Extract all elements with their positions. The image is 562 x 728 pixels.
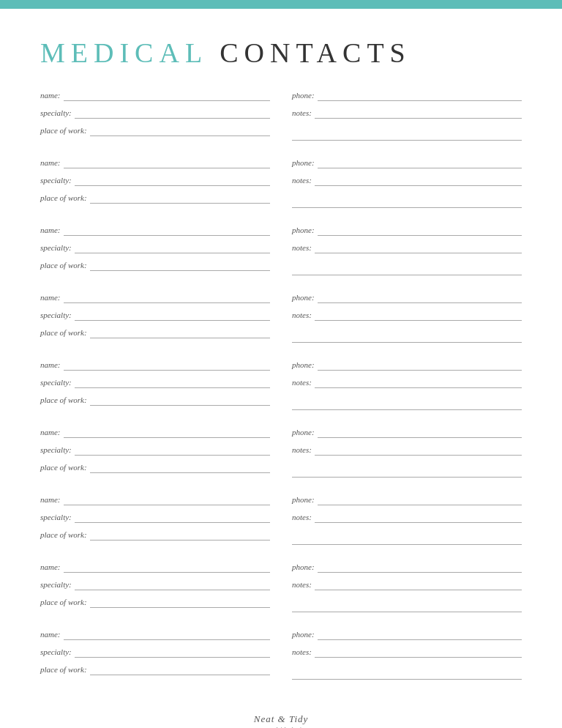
name-input[interactable] (64, 359, 271, 371)
place-input[interactable] (90, 192, 270, 204)
specialty-label: specialty: (40, 176, 72, 186)
place-label: place of work: (40, 395, 87, 406)
specialty-label: specialty: (40, 378, 72, 388)
phone-label: phone: (292, 562, 315, 573)
phone-input[interactable] (318, 359, 522, 371)
phone-input[interactable] (318, 561, 522, 573)
name-input[interactable] (64, 224, 271, 236)
place-input[interactable] (90, 596, 270, 608)
phone-label: phone: (292, 428, 315, 438)
place-input[interactable] (90, 259, 270, 271)
notes-input[interactable] (315, 646, 522, 658)
specialty-input[interactable] (75, 646, 270, 658)
contact-right: phone: notes: (292, 561, 522, 612)
place-label: place of work: (40, 328, 87, 338)
notes-input[interactable] (315, 579, 522, 590)
phone-row: phone: (292, 494, 522, 505)
specialty-row: specialty: (40, 309, 270, 321)
specialty-input[interactable] (75, 376, 270, 388)
phone-label: phone: (292, 91, 315, 101)
name-row: name: (40, 224, 270, 236)
name-input[interactable] (64, 157, 271, 168)
place-input[interactable] (90, 461, 270, 473)
notes-input[interactable] (315, 309, 522, 321)
specialty-input[interactable] (75, 579, 270, 590)
contact-right: phone: notes: (292, 359, 522, 410)
contact-left: name: specialty: place of work: (40, 224, 270, 275)
notes-input[interactable] (315, 107, 522, 119)
specialty-row: specialty: (40, 579, 270, 590)
specialty-row: specialty: (40, 242, 270, 253)
notes-input[interactable] (315, 376, 522, 388)
phone-input[interactable] (318, 224, 522, 236)
name-input[interactable] (64, 426, 271, 438)
phone-input[interactable] (318, 157, 522, 168)
place-row: place of work: (40, 125, 270, 136)
notes-input[interactable] (315, 444, 522, 456)
notes-extra-line (292, 666, 522, 680)
place-label: place of work: (40, 530, 87, 541)
place-label: place of work: (40, 598, 87, 608)
notes-input[interactable] (315, 242, 522, 253)
notes-extra-line (292, 397, 522, 410)
name-input[interactable] (64, 291, 271, 303)
notes-extra-line (292, 599, 522, 612)
name-label: name: (40, 495, 61, 505)
notes-input[interactable] (315, 174, 522, 186)
notes-row: notes: (292, 242, 522, 253)
place-input[interactable] (90, 327, 270, 338)
place-label: place of work: (40, 126, 87, 136)
contact-entry: name: specialty: place of work: phone: (40, 291, 522, 343)
specialty-input[interactable] (75, 174, 270, 186)
name-input[interactable] (64, 89, 271, 101)
specialty-label: specialty: (40, 445, 72, 456)
name-input[interactable] (64, 561, 271, 573)
phone-input[interactable] (318, 426, 522, 438)
phone-row: phone: (292, 561, 522, 573)
notes-extra-line (292, 127, 522, 141)
name-row: name: (40, 628, 270, 640)
notes-label: notes: (292, 647, 312, 658)
place-row: place of work: (40, 461, 270, 473)
name-input[interactable] (64, 628, 271, 640)
phone-row: phone: (292, 628, 522, 640)
contact-left: name: specialty: place of work: (40, 426, 270, 478)
notes-input[interactable] (315, 511, 522, 523)
contact-right: phone: notes: (292, 628, 522, 680)
place-input[interactable] (90, 394, 270, 406)
place-input[interactable] (90, 529, 270, 541)
phone-label: phone: (292, 293, 315, 303)
phone-input[interactable] (318, 291, 522, 303)
notes-extra-line (292, 532, 522, 545)
name-row: name: (40, 291, 270, 303)
footer-brand: Neat & Tidy (40, 713, 522, 725)
place-input[interactable] (90, 125, 270, 136)
specialty-input[interactable] (75, 309, 270, 321)
phone-label: phone: (292, 495, 315, 505)
phone-input[interactable] (318, 89, 522, 101)
place-label: place of work: (40, 261, 87, 271)
specialty-input[interactable] (75, 242, 270, 253)
name-label: name: (40, 293, 61, 303)
specialty-input[interactable] (75, 511, 270, 523)
contact-right: phone: notes: (292, 89, 522, 141)
notes-row: notes: (292, 511, 522, 523)
notes-extra-line (292, 262, 522, 275)
name-input[interactable] (64, 494, 271, 505)
top-bar (0, 0, 562, 9)
phone-input[interactable] (318, 628, 522, 640)
place-input[interactable] (90, 664, 270, 675)
specialty-input[interactable] (75, 107, 270, 119)
name-label: name: (40, 428, 61, 438)
phone-input[interactable] (318, 494, 522, 505)
page-content: MEDICAL CONTACTS name: specialty: place … (0, 9, 562, 728)
place-label: place of work: (40, 665, 87, 675)
notes-row: notes: (292, 107, 522, 119)
name-row: name: (40, 157, 270, 168)
name-row: name: (40, 359, 270, 371)
specialty-label: specialty: (40, 513, 72, 523)
phone-row: phone: (292, 291, 522, 303)
specialty-input[interactable] (75, 444, 270, 456)
phone-label: phone: (292, 360, 315, 371)
name-label: name: (40, 91, 61, 101)
